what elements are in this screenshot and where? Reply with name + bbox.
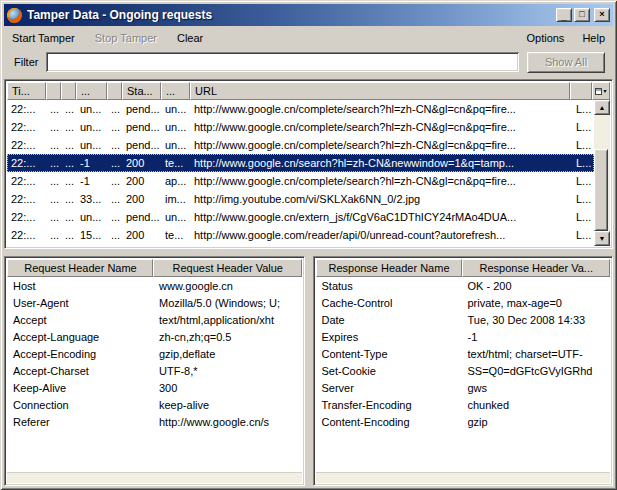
cell-size: 33... [76,193,107,205]
cell-time: 22:... [7,211,46,223]
chevron-down-icon: ▾ [603,88,606,94]
cell-method: ... [107,157,122,169]
scroll-up-button[interactable]: ▲ [594,100,610,115]
cell-time: 22:... [7,229,46,241]
minimize-icon: _ [561,14,566,23]
table-row[interactable]: 22:.........un......pend...un...http://w… [7,136,594,154]
table-row[interactable]: 22:.........un......pend...un...http://w… [7,100,594,118]
list-item[interactable]: Accept-Languagezh-cn,zh;q=0.5 [7,328,302,345]
table-row[interactable]: 22:.........33......200im...http://img.y… [7,190,594,208]
list-item[interactable]: DateTue, 30 Dec 2008 14:33 [316,311,611,328]
request-headers-header: Request Header Name Request Header Value [7,259,302,277]
list-item[interactable]: Hostwww.google.cn [7,277,302,294]
cell-method: ... [107,175,122,187]
column-header-status[interactable]: Sta... [122,82,161,100]
list-item[interactable]: Set-CookieSS=Q0=dGFtcGVyIGRhd [316,362,611,379]
cell-method: ... [107,139,122,151]
column-picker-button[interactable]: ▾ [592,82,610,100]
table-row[interactable]: 22:.........15......200te...http://www.g… [7,226,594,244]
cell-status: 200 [122,229,161,241]
header-value: UTF-8,* [153,365,302,377]
list-item[interactable]: Transfer-Encodingchunked [316,396,611,413]
title-bar[interactable]: Tamper Data - Ongoing requests _ □ × [4,4,613,26]
list-item[interactable]: User-AgentMozilla/5.0 (Windows; U; [7,294,302,311]
column-header-size[interactable]: ... [76,82,107,100]
list-item[interactable]: StatusOK - 200 [316,277,611,294]
list-item[interactable]: Expires-1 [316,328,611,345]
cell-status: pend... [122,121,161,133]
vertical-scrollbar[interactable]: ▲ ▼ [594,100,610,246]
list-item[interactable]: Accept-CharsetUTF-8,* [7,362,302,379]
arrow-down-icon: ▼ [599,235,606,242]
header-value: text/html; charset=UTF- [462,348,611,360]
close-button[interactable]: × [594,8,610,22]
column-header-load-flags[interactable] [570,82,592,100]
table-row[interactable]: 22:.........un......pend...un...http://w… [7,118,594,136]
column-header-response-value[interactable]: Response Header Va... [462,259,611,277]
list-item[interactable]: Servergws [316,379,611,396]
cell-content-type: im... [161,193,190,205]
filter-input[interactable] [46,52,519,72]
menu-clear[interactable]: Clear [177,32,203,44]
scrollbar-track[interactable] [594,115,610,231]
column-header-total-duration[interactable] [61,82,76,100]
list-item[interactable]: Content-Encodinggzip [316,413,611,430]
cell-content-type: un... [161,121,190,133]
column-header-time[interactable]: Ti... [7,82,46,100]
minimize-button[interactable]: _ [556,8,572,22]
tamper-data-window: Tamper Data - Ongoing requests _ □ × Sta… [0,0,617,490]
requests-table: Ti... ... Sta... ... URL ▾ 22:.........u… [4,79,613,249]
scroll-down-button[interactable]: ▼ [594,231,610,246]
header-panels: Request Header Name Request Header Value… [4,256,613,486]
column-header-response-name[interactable]: Response Header Name [316,259,462,277]
column-header-duration[interactable] [46,82,61,100]
cell-size: un... [76,103,107,115]
cell-load-flags: L... [572,139,594,151]
header-value: chunked [462,399,611,411]
list-item[interactable]: Connectionkeep-alive [7,396,302,413]
scrollbar-thumb[interactable] [594,149,608,231]
list-item[interactable]: Content-Typetext/html; charset=UTF- [316,345,611,362]
menu-options[interactable]: Options [526,32,564,44]
cell-method: ... [107,103,122,115]
table-row[interactable]: 22:.........-1...200ap...http://www.goog… [7,172,594,190]
cell-url: http://www.google.cn/complete/search?hl=… [190,139,572,151]
table-row-selected[interactable]: 22:.........-1...200te...http://www.goog… [7,154,594,172]
list-item[interactable]: Cache-Controlprivate, max-age=0 [316,294,611,311]
maximize-button[interactable]: □ [574,8,590,22]
response-headers-rows: StatusOK - 200 Cache-Controlprivate, max… [316,277,611,472]
cell-duration: ... [46,121,61,133]
cell-url: http://www.google.cn/search?hl=zh-CN&new… [190,157,572,169]
cell-total-duration: ... [61,175,76,187]
column-header-url[interactable]: URL [190,82,570,100]
cell-duration: ... [46,229,61,241]
header-name: Date [316,314,462,326]
header-value: text/html,application/xht [153,314,302,326]
cell-time: 22:... [7,139,46,151]
column-picker-icon [595,88,602,95]
requests-table-body: 22:.........un......pend...un...http://w… [7,100,610,246]
table-row[interactable]: 22:.........un......pend...un...http://w… [7,208,594,226]
horizontal-scrollbar[interactable] [316,472,611,483]
cell-status: 200 [122,157,161,169]
cell-time: 22:... [7,157,46,169]
list-item[interactable]: Accepttext/html,application/xht [7,311,302,328]
cell-total-duration: ... [61,193,76,205]
column-header-content-type[interactable]: ... [161,82,190,100]
column-header-request-value[interactable]: Request Header Value [153,259,302,277]
cell-load-flags: L... [572,103,594,115]
header-name: Status [316,280,462,292]
menu-start-tamper[interactable]: Start Tamper [12,32,75,44]
cell-status: pend... [122,211,161,223]
cell-time: 22:... [7,193,46,205]
list-item[interactable]: Refererhttp://www.google.cn/s [7,413,302,430]
list-item[interactable]: Accept-Encodinggzip,deflate [7,345,302,362]
menu-help[interactable]: Help [582,32,605,44]
header-name: Server [316,382,462,394]
horizontal-scrollbar[interactable] [7,472,302,483]
column-header-method[interactable] [107,82,122,100]
list-item[interactable]: Keep-Alive300 [7,379,302,396]
cell-method: ... [107,211,122,223]
cell-load-flags: L... [572,121,594,133]
column-header-request-name[interactable]: Request Header Name [7,259,153,277]
